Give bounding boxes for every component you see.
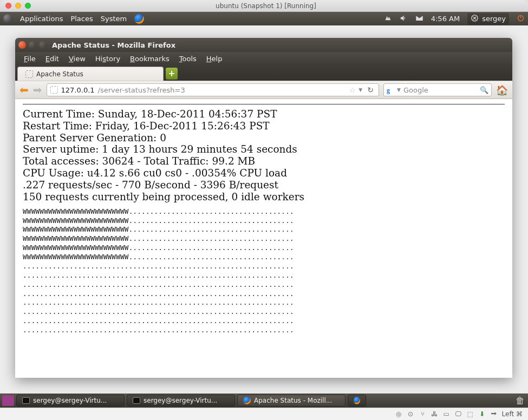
bookmark-star-icon[interactable]: ☆ — [349, 86, 356, 94]
menu-file[interactable]: File — [19, 53, 40, 64]
firefox-window: Apache Status - Mozilla Firefox File Edi… — [15, 38, 512, 378]
url-bar[interactable]: 127.0.0.1/server-status?refresh=3 ☆ ▼ ↻ — [47, 83, 379, 96]
menu-places[interactable]: Places — [70, 15, 93, 23]
host-key-label: Left ⌘ — [502, 410, 523, 418]
tab-strip: Apache Status + — [15, 65, 512, 81]
vb-disk-icon[interactable]: ◎ — [395, 410, 403, 418]
task-terminal-1[interactable]: sergey@sergey-Virtu... — [16, 395, 125, 406]
status-current-time: Current Time: Sunday, 18-Dec-2011 04:56:… — [23, 108, 505, 120]
status-parent-gen: Parent Server Generation: 0 — [23, 132, 505, 144]
host-window-title: ubuntu (Snapshot 1) [Running] — [31, 2, 528, 10]
show-desktop-button[interactable] — [2, 395, 14, 406]
status-uptime: Server uptime: 1 day 13 hours 29 minutes… — [23, 143, 505, 155]
mail-icon[interactable] — [415, 14, 423, 24]
task-firefox[interactable]: Apache Status - Mozill... — [237, 395, 346, 406]
vb-mouse-icon[interactable]: ⬚ — [466, 410, 474, 418]
search-bar[interactable]: ▼ Google 🔍 — [383, 83, 492, 96]
menu-applications[interactable]: Applications — [20, 15, 63, 23]
menu-tools[interactable]: Tools — [175, 53, 201, 64]
scoreboard: WWWWWWWWWWWWWWWWWWWWWWWWW...............… — [23, 207, 505, 335]
task-label: sergey@sergey-Virtu... — [144, 397, 217, 404]
task-firefox-extra[interactable] — [348, 395, 366, 406]
task-terminal-2[interactable]: sergey@sergey-Virtu... — [127, 395, 235, 406]
engine-dropdown-icon[interactable]: ▼ — [397, 87, 401, 93]
vb-shared-icon[interactable]: ▭ — [442, 410, 451, 418]
menu-help[interactable]: Help — [202, 53, 227, 64]
menu-system[interactable]: System — [101, 15, 127, 23]
vb-net-icon[interactable]: 🖧 — [431, 410, 439, 418]
firefox-icon — [354, 397, 360, 404]
home-button[interactable]: 🏠 — [496, 84, 508, 96]
firefox-launcher-icon[interactable] — [134, 14, 144, 24]
vb-hostkey-arrow-icon[interactable]: ⬇ — [478, 410, 486, 418]
host-titlebar: ubuntu (Snapshot 1) [Running] — [0, 0, 528, 12]
terminal-icon — [133, 397, 140, 404]
power-icon[interactable] — [471, 14, 479, 24]
firefox-window-title: Apache Status - Mozilla Firefox — [52, 41, 175, 49]
menu-edit[interactable]: Edit — [41, 53, 63, 64]
site-identity-icon[interactable] — [50, 86, 58, 94]
vb-usb-icon[interactable]: ⑂ — [419, 410, 427, 418]
google-engine-icon[interactable] — [387, 86, 394, 94]
search-go-icon[interactable]: 🔍 — [480, 86, 488, 94]
trash-icon[interactable]: 🗑 — [514, 395, 526, 406]
terminal-icon — [22, 397, 30, 404]
host-close-button[interactable] — [5, 3, 11, 9]
shutdown-icon[interactable] — [517, 14, 525, 24]
status-restart-time: Restart Time: Friday, 16-Dec-2011 15:26:… — [23, 120, 505, 132]
window-minimize-button[interactable] — [29, 41, 36, 49]
menu-view[interactable]: View — [64, 53, 90, 64]
session-user[interactable]: sergey — [482, 15, 506, 23]
task-label: sergey@sergey-Virtu... — [33, 397, 107, 404]
nav-toolbar: ⬅ ➡ 127.0.0.1/server-status?refresh=3 ☆ … — [15, 81, 512, 99]
window-close-button[interactable] — [18, 41, 26, 49]
tab-label: Apache Status — [36, 70, 83, 78]
url-path: /server-status?refresh=3 — [98, 86, 185, 94]
url-dropdown-icon[interactable]: ▼ — [358, 87, 362, 93]
volume-icon[interactable] — [400, 14, 408, 24]
forward-button[interactable]: ➡ — [33, 83, 42, 96]
url-host: 127.0.0.1 — [61, 86, 95, 94]
firefox-menubar: File Edit View History Bookmarks Tools H… — [15, 52, 512, 65]
network-icon[interactable] — [384, 14, 392, 24]
status-cpu: CPU Usage: u4.12 s.66 cu0 cs0 - .00354% … — [23, 167, 505, 179]
clock[interactable]: 4:56 AM — [431, 15, 460, 23]
host-minimize-button[interactable] — [15, 3, 21, 9]
status-accesses: Total accesses: 30624 - Total Traffic: 9… — [23, 155, 505, 167]
host-status-bar: ◎ ⊙ ⑂ 🖧 ▭ 🖵 ⬚ ⬇ ⮕ Left ⌘ — [0, 408, 528, 420]
menu-history[interactable]: History — [91, 53, 125, 64]
gnome-top-panel: Applications Places System 4:56 AM serge… — [0, 12, 528, 25]
task-label: Apache Status - Mozill... — [254, 397, 332, 404]
search-placeholder: Google — [403, 86, 428, 94]
firefox-icon — [243, 397, 251, 404]
vb-hostkey-right-icon[interactable]: ⮕ — [490, 410, 498, 418]
status-rate: .227 requests/sec - 770 B/second - 3396 … — [23, 179, 505, 191]
status-busy: 150 requests currently being processed, … — [23, 191, 505, 203]
reload-button[interactable]: ↻ — [366, 86, 375, 94]
menu-bookmarks[interactable]: Bookmarks — [126, 53, 174, 64]
vb-optical-icon[interactable]: ⊙ — [407, 410, 415, 418]
gnome-bottom-panel: sergey@sergey-Virtu... sergey@sergey-Vir… — [0, 393, 528, 408]
tab-apache-status[interactable]: Apache Status — [17, 67, 164, 81]
ubuntu-logo-icon[interactable] — [3, 14, 12, 23]
tab-favicon — [25, 70, 33, 78]
new-tab-button[interactable]: + — [166, 68, 178, 80]
host-zoom-button[interactable] — [25, 3, 31, 9]
back-button[interactable]: ⬅ — [19, 83, 29, 96]
window-maximize-button[interactable] — [39, 41, 47, 49]
page-content: Current Time: Sunday, 18-Dec-2011 04:56:… — [15, 99, 512, 378]
firefox-titlebar: Apache Status - Mozilla Firefox — [15, 38, 512, 52]
vb-display-icon[interactable]: 🖵 — [454, 410, 462, 418]
